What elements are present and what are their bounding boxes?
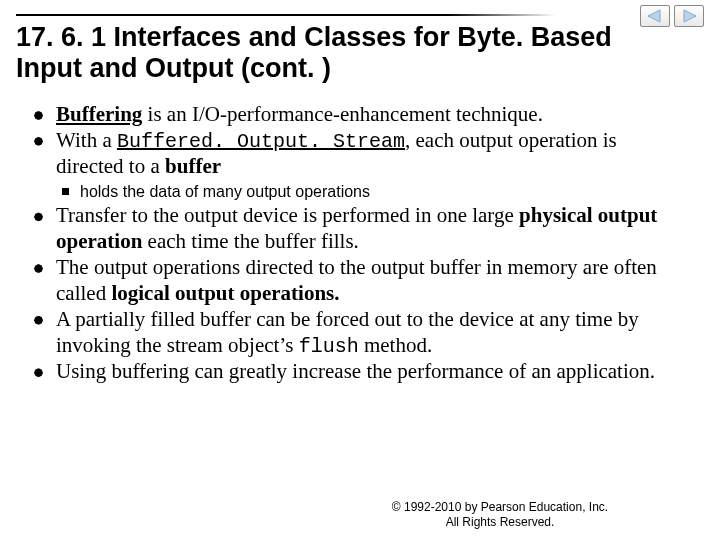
- left-triangle-icon: [646, 9, 664, 23]
- nav-arrows: [640, 5, 704, 27]
- right-triangle-icon: [680, 9, 698, 23]
- footer-line-1: © 1992-2010 by Pearson Education, Inc.: [360, 500, 640, 515]
- slide-content: Buffering is an I/O-performance-enhancem…: [28, 102, 688, 385]
- bullet-2: With a Buffered. Output. Stream, each ou…: [28, 128, 688, 202]
- bullet-2-pre: With a: [56, 128, 117, 152]
- bullet-4-bold: logical output operations.: [111, 281, 339, 305]
- svg-marker-1: [684, 10, 696, 22]
- bullet-3-pre: Transfer to the output device is perform…: [56, 203, 519, 227]
- bullet-2-bold: buffer: [165, 154, 221, 178]
- bullet-1-rest: is an I/O-performance-enhancement techni…: [142, 102, 543, 126]
- slide-title: 17. 6. 1 Interfaces and Classes for Byte…: [16, 22, 636, 84]
- bullet-5: A partially filled buffer can be forced …: [28, 307, 688, 359]
- bullet-1: Buffering is an I/O-performance-enhancem…: [28, 102, 688, 128]
- next-button[interactable]: [674, 5, 704, 27]
- bullet-4: The output operations directed to the ou…: [28, 255, 688, 307]
- bullet-3: Transfer to the output device is perform…: [28, 203, 688, 255]
- bullet-5-rest: method.: [359, 333, 433, 357]
- bullet-2-code: Buffered. Output. Stream: [117, 130, 405, 153]
- bullet-6: Using buffering can greatly increase the…: [28, 359, 688, 385]
- bullet-5-code: flush: [299, 335, 359, 358]
- copyright-footer: © 1992-2010 by Pearson Education, Inc. A…: [360, 500, 640, 530]
- bullet-1-term: Buffering: [56, 102, 142, 126]
- bullet-3-rest: each time the buffer fills.: [142, 229, 359, 253]
- bullet-2-sub-1: holds the data of many output operations: [56, 182, 688, 201]
- prev-button[interactable]: [640, 5, 670, 27]
- decorative-shadow: [0, 462, 210, 522]
- footer-line-2: All Rights Reserved.: [360, 515, 640, 530]
- svg-marker-0: [648, 10, 660, 22]
- top-rule: [16, 14, 556, 16]
